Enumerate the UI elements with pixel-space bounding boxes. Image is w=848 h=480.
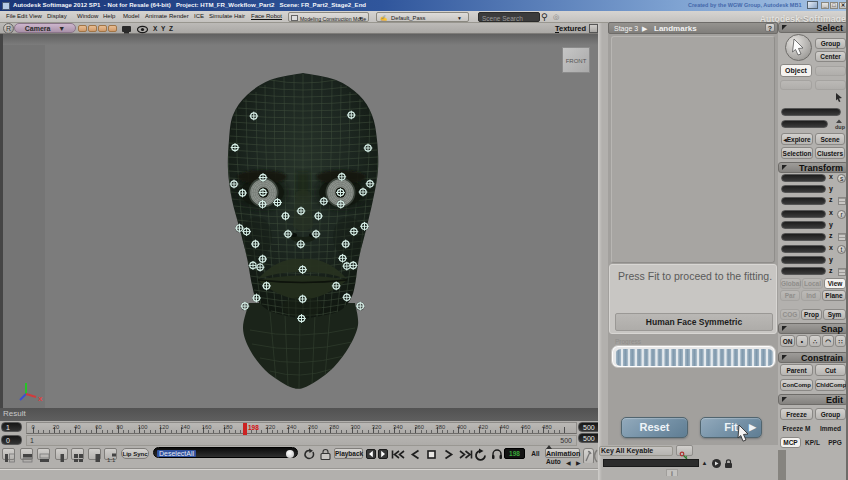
svg-text:dup: dup: [835, 124, 846, 130]
svg-text:x: x: [38, 394, 43, 403]
